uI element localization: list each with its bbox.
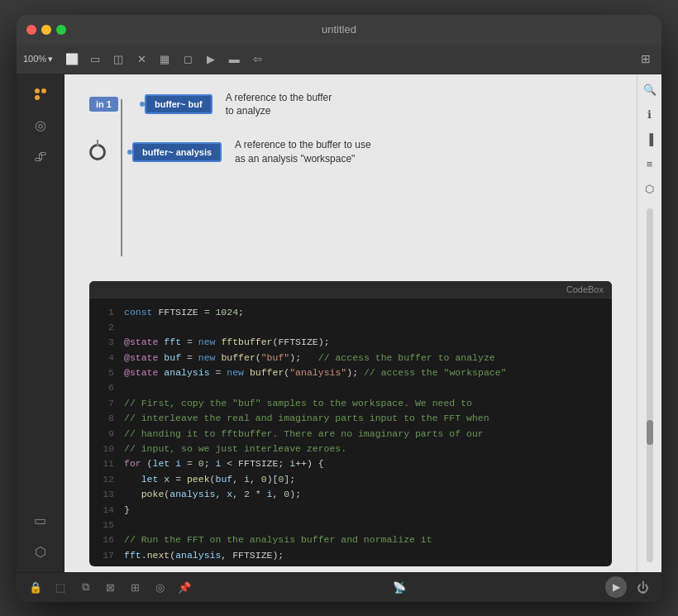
code-line-14: 14 } [89, 503, 612, 518]
list-icon[interactable]: ≡ [641, 155, 659, 174]
codebox[interactable]: CodeBox 1 const FFTSIZE = 1024; 2 3 [89, 281, 612, 566]
circle-node[interactable] [89, 144, 106, 160]
sidebar-icon-target[interactable]: ◎ [27, 112, 54, 139]
grid-bottom-icon[interactable]: ⊞ [126, 578, 144, 596]
toolbar-icon-9[interactable]: ⇦ [248, 50, 266, 68]
zoom-chevron: ▾ [48, 54, 53, 64]
patch-row-buf: in 1 buffer~ buf A reference to the buff… [89, 91, 612, 119]
toolbar-icon-3[interactable]: ◫ [109, 50, 127, 68]
play-button[interactable]: ▶ [605, 576, 627, 598]
lock-icon[interactable]: 🔒 [26, 578, 45, 596]
code-line-3: 3 @state fft = new fftbuffer(FFTSIZE); [89, 335, 612, 350]
window-title: untitled [322, 23, 356, 36]
code-line-1: 1 const FFTSIZE = 1024; [89, 305, 612, 320]
right-sidebar: 🔍 ℹ ▐ ≡ ⬡ [637, 74, 661, 572]
wifi-icon[interactable]: 📡 [390, 578, 408, 596]
search-icon[interactable]: 🔍 [641, 81, 659, 99]
power-button[interactable]: ⏻ [633, 578, 652, 596]
panel-icon[interactable]: ▐ [641, 131, 659, 149]
toolbar-icon-4[interactable]: ✕ [132, 50, 150, 68]
code-line-4: 4 @state buf = new buffer("buf"); // acc… [89, 351, 612, 365]
svg-point-2 [35, 95, 40, 100]
main-window: untitled 100% ▾ ⬜ ▭ ◫ ✕ ▦ ◻ ▶ ▬ ⇦ ⊞ [17, 15, 661, 602]
main-area: ◎ 🖇 ▭ ⬡ in 1 buffer~ buf [17, 74, 661, 572]
pin-icon[interactable]: 📌 [175, 578, 193, 596]
patch-row-analysis: buffer~ analysis A reference to the buff… [89, 138, 612, 166]
fullscreen-button[interactable] [56, 25, 66, 35]
svg-point-1 [41, 88, 46, 93]
code-line-13: 13 poke(analysis, x, 2 * i, 0); [89, 487, 612, 502]
code-line-7: 7 // First, copy the "buf" samples to th… [89, 396, 612, 411]
code-line-6: 6 [89, 380, 612, 395]
sidebar-icon-panel[interactable]: ▭ [27, 508, 54, 534]
toolbar-icon-7[interactable]: ▶ [202, 50, 220, 68]
codebox-container: CodeBox 1 const FFTSIZE = 1024; 2 3 [64, 273, 637, 572]
code-line-10: 10 // input, so we just interleave zeroe… [89, 442, 612, 456]
title-bar: untitled [17, 15, 661, 45]
circle-bottom-icon[interactable]: ◎ [150, 578, 169, 596]
toolbar-icon-2[interactable]: ▭ [86, 50, 104, 68]
zoom-control[interactable]: 100% ▾ [23, 54, 53, 64]
bottom-bar: 🔒 ⬚ ⧉ ⊠ ⊞ ◎ 📌 📡 ▶ ⏻ [17, 572, 661, 602]
code-line-2: 2 [89, 320, 612, 335]
minimize-button[interactable] [41, 25, 51, 35]
content-wrapper: in 1 buffer~ buf A reference to the buff… [64, 74, 637, 572]
code-line-9: 9 // handing it to fftbuffer. There are … [89, 427, 612, 442]
grid-icon[interactable]: ⊞ [637, 50, 655, 68]
info-icon[interactable]: ℹ [641, 106, 659, 124]
toolbar-icon-5[interactable]: ▦ [155, 50, 174, 68]
analysis-description: A reference to the buffer to use as an a… [235, 138, 371, 166]
toolbar-icon-8[interactable]: ▬ [225, 50, 243, 68]
sidebar-icon-export[interactable]: ⬡ [27, 539, 54, 566]
toolbar: 100% ▾ ⬜ ▭ ◫ ✕ ▦ ◻ ▶ ▬ ⇦ ⊞ [17, 45, 661, 74]
code-line-15: 15 [89, 518, 612, 532]
buf-description: A reference to the buffer to analyze [226, 91, 332, 119]
sidebar-icon-patch[interactable] [27, 81, 54, 107]
group-icon[interactable]: ⧉ [76, 578, 94, 596]
sidebar-icon-clip[interactable]: 🖇 [27, 144, 54, 170]
inlet-node[interactable]: in 1 [89, 97, 118, 112]
code-line-16: 16 // Run the FFT on the analysis buffer… [89, 532, 612, 547]
patch-area: in 1 buffer~ buf A reference to the buff… [64, 74, 637, 273]
connector-line [121, 99, 122, 256]
svg-point-0 [35, 88, 40, 93]
export-right-icon[interactable]: ⬡ [641, 180, 659, 198]
code-line-17: 17 fft.next(analysis, FFTSIZE); [89, 548, 612, 561]
code-line-12: 12 let x = peek(buf, i, 0)[0]; [89, 472, 612, 487]
buffer-analysis-node[interactable]: buffer~ analysis [132, 142, 222, 162]
code-line-11: 11 for (let i = 0; i < FFTSIZE; i++) { [89, 456, 612, 471]
code-line-8: 8 // interleave the real and imaginary p… [89, 411, 612, 426]
scroll-thumb[interactable] [647, 420, 653, 445]
traffic-lights [26, 25, 66, 35]
toolbar-icon-6[interactable]: ◻ [179, 50, 197, 68]
toolbar-icon-1[interactable]: ⬜ [63, 50, 81, 68]
codebox-header: CodeBox [89, 281, 612, 298]
close-button[interactable] [26, 25, 36, 35]
arrange-icon[interactable]: ⊠ [101, 578, 119, 596]
left-sidebar: ◎ 🖇 ▭ ⬡ [17, 74, 64, 572]
buffer-buf-node[interactable]: buffer~ buf [145, 94, 212, 114]
code-line-5: 5 @state analysis = new buffer("analysis… [89, 365, 612, 380]
code-content: 1 const FFTSIZE = 1024; 2 3 @state fft =… [89, 298, 612, 561]
scroll-track[interactable] [647, 208, 653, 562]
zoom-level: 100% [23, 54, 46, 64]
select-icon[interactable]: ⬚ [51, 578, 69, 596]
